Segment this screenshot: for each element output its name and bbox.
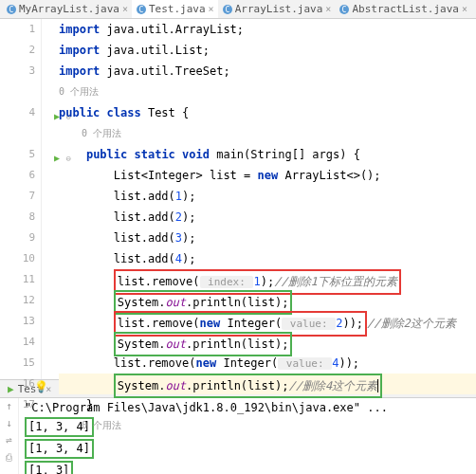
svg-text:C: C bbox=[225, 6, 229, 14]
code-line: list.remove(new Integer( value: 4)); bbox=[59, 353, 476, 374]
code-line: import import java.util.ArrayList;java.u… bbox=[59, 19, 476, 40]
line-number bbox=[0, 123, 35, 144]
close-icon[interactable]: × bbox=[122, 4, 128, 14]
print-icon[interactable]: ⎙ bbox=[2, 451, 17, 466]
line-number bbox=[0, 415, 35, 436]
line-number: 13 bbox=[0, 311, 35, 332]
tab-myarraylist[interactable]: CMyArrayList.java× bbox=[2, 0, 132, 18]
highlight-green: [1, 3, 4] bbox=[25, 439, 94, 459]
line-number: 14 bbox=[0, 332, 35, 353]
line-number: 8 bbox=[0, 207, 35, 228]
tab-label: AbstractList.java bbox=[352, 3, 459, 15]
usage-hint: 0 个用法 bbox=[59, 123, 476, 144]
line-number: 7 bbox=[0, 186, 35, 207]
svg-text:C: C bbox=[9, 6, 14, 14]
code-line: list.remove( index: 1);//删除1下标位置的元素 bbox=[59, 269, 476, 290]
code-line: public static void main(String[] args) { bbox=[59, 144, 476, 165]
close-icon[interactable]: × bbox=[462, 4, 467, 14]
code-line: public class Test { bbox=[59, 102, 476, 123]
bulb-icon[interactable]: 💡 bbox=[34, 376, 48, 397]
java-class-icon: C bbox=[339, 4, 350, 15]
tab-label: Test.java bbox=[149, 3, 206, 15]
line-gutter: 1 2 3 4▶⊖ 5▶⊖ 6 7 8 9 10 11 12 13 14 15 … bbox=[0, 19, 42, 379]
code-line: list.add(4); bbox=[59, 248, 476, 269]
line-number: 11 bbox=[0, 269, 35, 290]
code-line: List<Integer> list = new ArrayList<>(); bbox=[59, 165, 476, 186]
line-number: 17 bbox=[0, 394, 35, 415]
line-number: 9 bbox=[0, 228, 35, 248]
tab-arraylist[interactable]: CArrayList.java× bbox=[218, 0, 336, 18]
highlight-green: [1, 3] bbox=[25, 461, 73, 474]
close-icon[interactable]: × bbox=[325, 4, 331, 14]
line-number: 5▶⊖ bbox=[0, 144, 35, 165]
line-number: 4▶⊖ bbox=[0, 102, 35, 123]
java-class-icon: C bbox=[222, 4, 233, 15]
line-number: 2 bbox=[0, 40, 35, 61]
tab-test[interactable]: CTest.java× bbox=[132, 0, 218, 18]
line-number: 12 bbox=[0, 290, 35, 311]
tab-label: ArrayList.java bbox=[235, 3, 323, 15]
java-class-icon: C bbox=[6, 4, 17, 15]
code-line: System.out.println(list); bbox=[59, 290, 476, 311]
code-line: } bbox=[59, 394, 476, 415]
svg-text:C: C bbox=[139, 6, 144, 14]
code-line: list.add(3); bbox=[59, 228, 476, 248]
wrap-icon[interactable]: ⇌ bbox=[2, 434, 17, 449]
tab-label: MyArrayList.java bbox=[19, 3, 119, 15]
close-icon[interactable]: × bbox=[209, 4, 214, 14]
code-line: list.add(1); bbox=[59, 186, 476, 207]
line-number: 1 bbox=[0, 19, 35, 40]
console-line: [1, 3, 4] bbox=[25, 438, 470, 460]
line-number: 10 bbox=[0, 248, 35, 269]
usage-hint: 0 个用法 bbox=[59, 82, 476, 102]
tab-abstractlist[interactable]: CAbstractList.java× bbox=[335, 0, 471, 18]
code-line: list.add(2); bbox=[59, 207, 476, 228]
line-number: 3 bbox=[0, 61, 35, 82]
line-number bbox=[0, 82, 35, 102]
svg-text:C: C bbox=[342, 6, 347, 14]
console-line: [1, 3] bbox=[25, 460, 470, 474]
line-number: 16💡 bbox=[0, 374, 35, 394]
code-area[interactable]: import import java.util.ArrayList;java.u… bbox=[42, 19, 476, 379]
code-line: System.out.println(list);//删除4这个元素 bbox=[59, 374, 476, 394]
code-line: import java.util.TreeSet; bbox=[59, 61, 476, 82]
line-number: 15 bbox=[0, 353, 35, 374]
code-line: list.remove(new Integer( value: 2));//删除… bbox=[59, 311, 476, 332]
code-line: System.out.println(list); bbox=[59, 332, 476, 353]
code-editor[interactable]: 1 2 3 4▶⊖ 5▶⊖ 6 7 8 9 10 11 12 13 14 15 … bbox=[0, 19, 476, 379]
editor-tabs: CMyArrayList.java× CTest.java× CArrayLis… bbox=[0, 0, 476, 19]
line-number: 6 bbox=[0, 165, 35, 186]
usage-hint: 0 个用法 bbox=[59, 415, 476, 436]
tab-collection[interactable]: ICollection.java× bbox=[471, 0, 476, 18]
code-line: import java.util.List; bbox=[59, 40, 476, 61]
java-class-icon: C bbox=[136, 4, 147, 15]
